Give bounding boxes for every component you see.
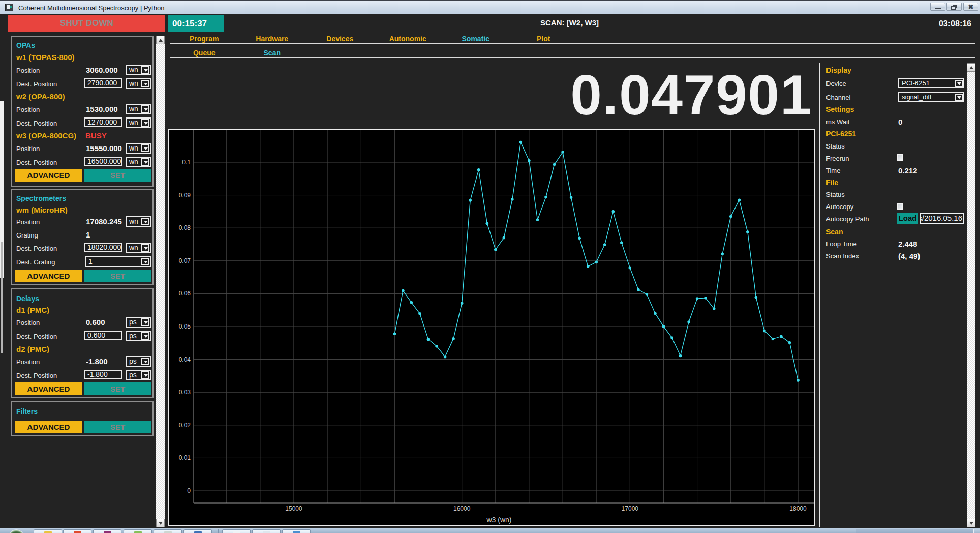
autocopy-path-input[interactable]: s/2016.05.16 [920,213,964,224]
d2-position-unit: ps [129,357,137,365]
tab-separator-1 [170,43,975,44]
w3-position-unit-select[interactable]: wn [126,143,151,154]
tab-scan[interactable]: Scan [238,49,307,57]
opa-w1-title: w1 (TOPAS-800) [16,53,74,62]
show-desktop-button[interactable] [973,529,980,533]
filters-set-button[interactable]: SET [84,421,151,433]
window-title: Coherent Multidimensional Spectroscopy |… [18,4,164,12]
right-panel-scrollbar[interactable] [967,63,975,527]
delays-title: Delays [16,294,39,303]
d1-position-unit-select[interactable]: ps [126,317,151,328]
w2-dest-input[interactable]: 1270.000 [84,117,122,127]
scan-plot[interactable]: 00.010.020.030.040.050.060.070.080.090.1… [168,129,815,526]
d1-dest-unit-select[interactable]: ps [126,331,151,341]
tab-hardware[interactable]: Hardware [238,35,307,43]
scroll-up-icon[interactable] [967,63,975,72]
w1-dest-input[interactable]: 2790.000 [84,78,122,88]
system-tray[interactable] [856,529,973,533]
wm-dest-grating-label: Dest. Grating [16,258,55,266]
close-button[interactable]: ✖ [963,3,978,11]
delays-set-button[interactable]: SET [84,382,151,395]
w3-dest-unit-select[interactable]: wn [126,157,151,167]
d2-dest-unit: ps [129,371,137,379]
svg-text:0.1: 0.1 [182,159,191,166]
taskbar-button-2[interactable] [63,529,91,533]
w3-position-unit: wn [129,144,138,152]
svg-text:15000: 15000 [285,505,302,512]
spectrometers-set-button[interactable]: SET [84,270,151,282]
minimize-button[interactable] [930,3,945,11]
scroll-down-icon[interactable] [967,519,975,527]
tab-separator-2 [170,57,975,58]
w3-dest-input[interactable]: 16500.000 [84,157,122,166]
ms-wait-value: 0 [898,117,902,126]
d1-position-value: 0.600 [86,318,122,327]
scroll-down-icon[interactable] [156,519,165,527]
w3-dest-unit: wn [129,158,138,166]
w1-position-unit-select[interactable]: wn [126,65,151,75]
taskbar-button-9[interactable] [282,529,311,533]
wm-dest-grating-select[interactable]: 1 [85,256,151,267]
autocopy-checkbox[interactable] [897,203,903,210]
filters-advanced-button[interactable]: ADVANCED [15,421,82,433]
background-window-scrollbar [1,242,3,353]
pci-section-title: PCI-6251 [826,130,856,138]
start-button[interactable] [8,529,24,533]
d2-dest-input[interactable]: -1.800 [84,370,122,379]
wm-position-unit-select[interactable]: wn [126,216,151,227]
time-value: 0.212 [898,166,917,175]
tab-queue[interactable]: Queue [170,49,238,57]
tab-devices[interactable]: Devices [306,35,374,43]
tab-somatic[interactable]: Somatic [442,35,510,43]
scan-status-label: SCAN: [W2, W3] [540,18,672,27]
tab-autonomic[interactable]: Autonomic [374,35,442,43]
taskbar-button-7[interactable] [222,529,251,533]
svg-text:0.02: 0.02 [179,422,191,429]
freerun-label: Freerun [826,155,849,162]
spectrometers-groupbox: Spectrometers wm (MicroHR) Position 1708… [11,189,154,285]
opa-w2-title: w2 (OPA-800) [16,92,65,101]
taskbar-button-5[interactable] [154,529,182,533]
taskbar-button-3[interactable] [93,529,121,533]
w2-dest-unit-select[interactable]: wn [126,117,151,128]
scroll-up-icon[interactable] [156,36,165,44]
svg-text:0.03: 0.03 [179,389,191,396]
channel-select[interactable]: signal_diff [898,92,964,102]
opas-advanced-button[interactable]: ADVANCED [15,169,82,182]
autocopy-path-label: Autocopy Path [826,215,869,223]
taskbar-button-1[interactable] [34,529,62,533]
d2-position-value: -1.800 [86,357,122,366]
opas-set-button[interactable]: SET [84,169,151,182]
wm-dest-input[interactable]: 18020.000 [84,243,122,252]
d2-dest-unit-select[interactable]: ps [126,370,151,380]
shutdown-button[interactable]: SHUT DOWN [8,15,165,32]
wm-dest-unit-select[interactable]: wn [126,243,151,253]
freerun-checkbox[interactable] [897,154,903,161]
d2-position-unit-select[interactable]: ps [126,356,151,367]
wm-position-unit: wn [129,217,138,225]
taskbar-button-6[interactable] [183,529,212,533]
tab-program[interactable]: Program [170,35,238,43]
w2-dest-unit: wn [129,119,138,127]
w2-position-unit-select[interactable]: wn [126,104,151,114]
tab-plot[interactable]: Plot [510,35,578,43]
device-select[interactable]: PCI-6251 [898,78,964,88]
taskbar-button-4[interactable] [124,529,152,533]
delays-advanced-button[interactable]: ADVANCED [15,382,82,395]
app-icon [5,4,13,11]
dropdown-arrow-icon [141,258,149,265]
taskbar-button-8[interactable] [252,529,281,533]
opas-title: OPAs [16,41,35,49]
wm-dest-label: Dest. Position [16,245,57,252]
w3-dest-label: Dest. Position [16,159,57,166]
wm-grating-value: 1 [86,230,122,239]
restore-button[interactable] [946,3,962,11]
d1-position-unit: ps [129,318,137,326]
windows-taskbar [0,528,980,533]
d1-dest-input[interactable]: 0.600 [84,331,122,340]
w1-dest-unit-select[interactable]: wn [126,78,151,89]
load-button[interactable]: Load [897,213,918,224]
spectrometers-advanced-button[interactable]: ADVANCED [15,270,82,282]
opas-groupbox: OPAs w1 (TOPAS-800) Position 3060.000 wn… [11,36,154,187]
left-panel-scrollbar[interactable] [156,36,165,527]
